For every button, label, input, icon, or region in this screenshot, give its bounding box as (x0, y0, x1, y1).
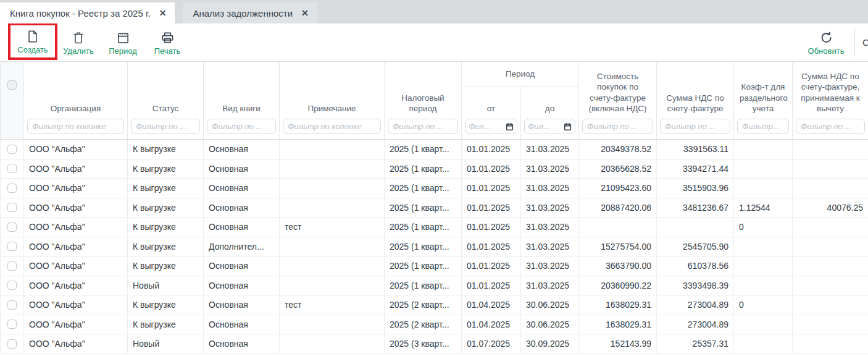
filter-vat-deductible (796, 119, 865, 134)
column-title[interactable]: Сумма НДС по счету-фактуре (657, 93, 733, 114)
close-icon[interactable]: ✕ (301, 9, 309, 17)
row-checkbox[interactable] (7, 222, 17, 232)
cell-note (279, 334, 384, 354)
cell-note (279, 179, 384, 198)
row-checkbox[interactable] (7, 261, 17, 271)
period-button[interactable]: Период (102, 30, 144, 55)
delete-button[interactable]: Удалить (57, 30, 99, 55)
column-title[interactable]: Организация (24, 103, 127, 114)
table-row[interactable]: ООО "Альфа" К выгрузке Основная тест 202… (0, 295, 868, 315)
table-row[interactable]: ООО "Альфа" К выгрузке Основная 2025 (1 … (0, 198, 868, 218)
table-row[interactable]: ООО "Альфа" Новый Основная 2025 (1 кварт… (0, 276, 868, 296)
column-title[interactable]: Налоговый период (385, 93, 461, 114)
tab-purchase-book[interactable]: Книга покупок - Реестр за 2025 г. ✕ (0, 2, 175, 23)
cell-status: Новый (127, 334, 203, 354)
cell-vat-amount (656, 218, 733, 237)
column-title[interactable]: Коэф-т для раздельного учета (734, 82, 792, 114)
filter-input[interactable] (288, 122, 376, 131)
cell-vat-amount: 3481236.67 (656, 198, 733, 218)
row-checkbox[interactable] (7, 320, 17, 329)
row-checkbox[interactable] (7, 242, 17, 251)
print-button-label: Печать (154, 47, 181, 55)
table-row[interactable]: ООО "Альфа" Новый Основная 2025 (3 кварт… (0, 334, 868, 354)
cell-date-from: 01.07.2025 (461, 334, 520, 354)
row-checkbox[interactable] (7, 184, 17, 193)
cell-coefficient (733, 237, 792, 256)
filter-input[interactable] (136, 122, 195, 131)
table-row[interactable]: ООО "Альфа" К выгрузке Основная тест 202… (0, 218, 868, 237)
cell-purchase-cost: 20365628.52 (578, 159, 656, 179)
cell-status: К выгрузке (127, 179, 203, 198)
column-title[interactable]: до (521, 103, 578, 114)
cell-purchase-cost: 1638029.31 (578, 295, 656, 315)
table-row[interactable]: ООО "Альфа" К выгрузке Основная 2025 (1 … (0, 159, 868, 179)
filter-input[interactable] (469, 122, 504, 131)
filter-input[interactable] (212, 122, 271, 131)
filter-status (131, 119, 200, 134)
refresh-button[interactable]: Обновить (805, 30, 847, 55)
cell-coefficient (733, 179, 792, 198)
print-button[interactable]: Печать (146, 30, 188, 55)
column-status: Статус (127, 62, 203, 139)
refresh-icon (819, 30, 833, 45)
row-checkbox-cell (0, 334, 23, 354)
calendar-icon[interactable] (506, 122, 514, 131)
row-checkbox[interactable] (7, 300, 17, 310)
cell-tax-period: 2025 (1 кварт... (384, 140, 461, 159)
row-checkbox[interactable] (7, 339, 17, 349)
cell-vat-deductible (792, 159, 868, 179)
cell-coefficient: 0 (733, 218, 792, 237)
select-all-checkbox[interactable] (7, 80, 17, 90)
table-row[interactable]: ООО "Альфа" К выгрузке Основная 2025 (2 … (0, 315, 868, 335)
filter-input[interactable] (32, 122, 119, 131)
column-title[interactable]: Сумма НДС по счету-фактуре, принимаемая … (793, 71, 868, 114)
row-checkbox[interactable] (7, 164, 17, 173)
cell-vat-deductible (792, 295, 868, 315)
create-button[interactable]: Создать (13, 29, 52, 54)
close-icon[interactable]: ✕ (159, 9, 167, 17)
filter-input[interactable] (665, 122, 725, 131)
row-checkbox-cell (0, 218, 23, 237)
table-row[interactable]: ООО "Альфа" К выгрузке Основная 2025 (1 … (0, 179, 868, 198)
new-document-icon (26, 29, 40, 44)
column-coefficient: Коэф-т для раздельного учета (733, 62, 792, 139)
cell-coefficient (733, 256, 792, 276)
cell-organization: ООО "Альфа" (23, 159, 127, 179)
table-row[interactable]: ООО "Альфа" К выгрузке Основная 2025 (1 … (0, 256, 868, 276)
filter-coefficient (737, 119, 789, 134)
column-title[interactable]: Статус (128, 103, 203, 114)
cell-tax-period: 2025 (1 кварт... (384, 198, 461, 218)
calendar-icon[interactable] (564, 122, 572, 131)
filter-book-type (207, 119, 276, 134)
column-title[interactable]: Стоимость покупок по счету-фактуре (вклю… (579, 71, 656, 114)
column-title[interactable]: от (462, 103, 520, 114)
cell-date-from: 01.01.2025 (461, 179, 520, 198)
filter-input[interactable] (393, 122, 453, 131)
cell-purchase-cost: 15275754.00 (578, 237, 656, 256)
toolbar: Создать Удалить Период (0, 23, 868, 62)
row-checkbox[interactable] (7, 281, 17, 290)
calendar-icon (116, 30, 130, 45)
cell-tax-period: 2025 (2 кварт... (384, 295, 461, 315)
filter-input[interactable] (742, 122, 784, 131)
cell-status: К выгрузке (127, 218, 203, 237)
cell-vat-deductible (792, 179, 868, 198)
filter-input[interactable] (528, 122, 562, 131)
row-checkbox[interactable] (7, 145, 17, 154)
filter-input[interactable] (587, 122, 648, 131)
column-title[interactable]: Вид книги (204, 103, 279, 114)
cell-purchase-cost: 20349378.52 (578, 140, 656, 159)
tab-debt-analysis[interactable]: Анализ задолженности ✕ (183, 2, 317, 23)
table-row[interactable]: ООО "Альфа" К выгрузке Дополнител... 202… (0, 237, 868, 257)
cell-date-to: 30.06.2025 (520, 295, 578, 315)
cell-date-from: 01.01.2025 (461, 140, 520, 159)
table-row[interactable]: ООО "Альфа" К выгрузке Основная 2025 (1 … (0, 140, 868, 159)
period-group-title: Период (462, 62, 578, 87)
column-title[interactable]: Примечание (280, 103, 384, 114)
row-checkbox[interactable] (7, 203, 17, 212)
cell-vat-amount: 3515903.96 (656, 179, 733, 198)
cell-coefficient (733, 334, 792, 354)
select-all-cell (0, 62, 23, 139)
filter-input[interactable] (801, 122, 860, 131)
truncated-toolbar-button[interactable]: С (862, 37, 868, 48)
